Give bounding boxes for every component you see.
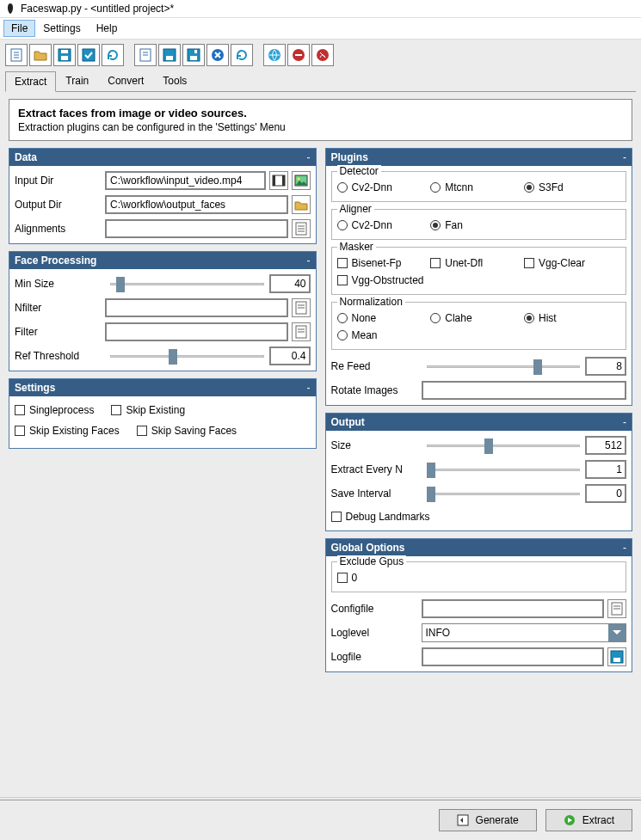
radio-detector-s3fd[interactable]: S3Fd	[524, 179, 618, 196]
tab-bar: Extract Train Convert Tools	[0, 71, 641, 91]
extract-every-value[interactable]	[585, 460, 626, 479]
toolbar-save3-icon[interactable]	[182, 44, 205, 66]
svg-rect-12	[166, 56, 173, 60]
toolbar-open-icon[interactable]	[29, 44, 52, 66]
filter-label: Filter	[15, 326, 105, 338]
size-value[interactable]	[585, 436, 626, 455]
radio-norm-mean[interactable]: Mean	[337, 327, 431, 344]
svg-rect-5	[61, 56, 68, 60]
configfile-field[interactable]	[422, 599, 605, 618]
toolbar-new-icon[interactable]	[5, 44, 28, 66]
check-masker-vggobs[interactable]: Vgg-Obstructed	[337, 272, 479, 289]
toolbar-refresh-icon[interactable]	[102, 44, 124, 66]
check-masker-unet[interactable]: Unet-Dfl	[430, 254, 524, 272]
panel-output-title: Output	[331, 416, 365, 428]
fieldset-masker: Masker Bisenet-Fp Unet-Dfl Vgg-Clear Vgg…	[331, 247, 627, 295]
alignments-browse-icon[interactable]	[292, 219, 311, 238]
refeed-slider[interactable]	[427, 358, 581, 375]
min-size-slider[interactable]	[110, 275, 264, 292]
description-sub: Extraction plugins can be configured in …	[18, 121, 623, 133]
alignments-field[interactable]	[105, 219, 288, 238]
loglevel-select[interactable]: INFO	[422, 623, 627, 642]
refeed-label: Re Feed	[331, 360, 422, 372]
tab-train[interactable]: Train	[56, 71, 98, 91]
ref-threshold-value[interactable]	[269, 346, 311, 365]
toolbar-save2-icon[interactable]	[158, 44, 181, 66]
filter-field[interactable]	[105, 322, 288, 341]
radio-norm-clahe[interactable]: Clahe	[430, 310, 524, 327]
check-masker-vggclear[interactable]: Vgg-Clear	[524, 254, 618, 272]
toolbar-record-icon[interactable]	[287, 44, 310, 66]
fieldset-normalization: Normalization None Clahe Hist Mean	[331, 302, 627, 350]
tab-convert[interactable]: Convert	[98, 71, 153, 91]
min-size-value[interactable]	[269, 274, 311, 293]
save-interval-slider[interactable]	[427, 485, 581, 502]
collapse-icon[interactable]: -	[307, 382, 311, 394]
radio-norm-none[interactable]: None	[337, 310, 431, 327]
filter-browse-icon[interactable]	[292, 322, 311, 341]
logfile-field[interactable]	[422, 647, 605, 666]
collapse-icon[interactable]: -	[307, 254, 311, 267]
toolbar-save-icon[interactable]	[53, 44, 76, 66]
size-label: Size	[331, 439, 422, 451]
masker-legend: Masker	[337, 241, 376, 253]
toolbar-stop-icon[interactable]	[311, 44, 334, 66]
tab-tools[interactable]: Tools	[153, 71, 196, 91]
radio-detector-mtcnn[interactable]: Mtcnn	[430, 179, 524, 196]
logfile-label: Logfile	[331, 651, 422, 663]
ref-threshold-slider[interactable]	[110, 347, 264, 365]
titlebar: Faceswap.py - <untitled project>*	[0, 0, 641, 18]
extract-button[interactable]: Extract	[545, 809, 632, 831]
input-dir-image-icon[interactable]	[292, 171, 311, 190]
check-debug-landmarks[interactable]: Debug Landmarks	[331, 508, 627, 525]
window-title: Faceswap.py - <untitled project>*	[21, 3, 174, 15]
nfilter-browse-icon[interactable]	[292, 298, 311, 317]
collapse-icon[interactable]: -	[623, 416, 626, 428]
configfile-browse-icon[interactable]	[607, 599, 626, 618]
output-dir-browse-icon[interactable]	[292, 195, 311, 214]
app-logo-icon	[5, 3, 15, 15]
generate-button[interactable]: Generate	[439, 809, 537, 831]
radio-aligner-cv2[interactable]: Cv2-Dnn	[337, 217, 431, 234]
toolbar-doc-icon[interactable]	[134, 44, 157, 66]
fieldset-aligner: Aligner Cv2-Dnn Fan	[331, 209, 627, 240]
save-interval-value[interactable]	[585, 484, 626, 503]
toolbar-close-icon[interactable]	[206, 44, 229, 66]
ref-threshold-label: Ref Threshold	[15, 350, 105, 362]
check-skip-saving-faces[interactable]: Skip Saving Faces	[137, 422, 254, 439]
toolbar-globe-icon[interactable]	[263, 44, 286, 66]
svg-rect-7	[83, 49, 95, 61]
check-skip-existing-faces[interactable]: Skip Existing Faces	[15, 422, 137, 439]
size-slider[interactable]	[427, 437, 581, 454]
nfilter-label: Nfilter	[15, 302, 105, 314]
radio-detector-cv2[interactable]: Cv2-Dnn	[337, 179, 431, 196]
menu-settings[interactable]: Settings	[35, 20, 88, 37]
extract-every-slider[interactable]	[427, 461, 581, 478]
toolbar-refresh2-icon[interactable]	[231, 44, 253, 66]
check-masker-bisenet[interactable]: Bisenet-Fp	[337, 254, 431, 272]
fieldset-detector: Detector Cv2-Dnn Mtcnn S3Fd	[331, 171, 627, 202]
logfile-save-icon[interactable]	[607, 647, 626, 666]
menu-help[interactable]: Help	[89, 20, 126, 37]
collapse-icon[interactable]: -	[623, 542, 626, 554]
radio-norm-hist[interactable]: Hist	[524, 310, 618, 327]
toolbar-saveall-icon[interactable]	[77, 44, 100, 66]
collapse-icon[interactable]: -	[307, 151, 311, 163]
tab-extract[interactable]: Extract	[5, 71, 56, 92]
menubar: File Settings Help	[0, 18, 641, 40]
panel-output: Output- Size Extract Every N Save Interv…	[325, 413, 633, 531]
description-box: Extract faces from image or video source…	[9, 99, 632, 141]
refeed-value[interactable]	[585, 357, 626, 376]
collapse-icon[interactable]: -	[623, 151, 626, 163]
input-dir-field[interactable]	[105, 171, 266, 190]
radio-aligner-fan[interactable]: Fan	[430, 217, 524, 234]
input-dir-video-icon[interactable]	[269, 171, 288, 190]
output-dir-field[interactable]	[105, 195, 288, 214]
rotate-field[interactable]	[422, 381, 627, 400]
check-gpu-0[interactable]: 0	[337, 569, 621, 586]
menu-file[interactable]: File	[3, 20, 35, 37]
nfilter-field[interactable]	[105, 298, 288, 317]
check-singleprocess[interactable]: Singleprocess	[15, 402, 111, 419]
check-skip-existing[interactable]: Skip Existing	[111, 402, 202, 419]
panel-global-title: Global Options	[331, 542, 405, 554]
